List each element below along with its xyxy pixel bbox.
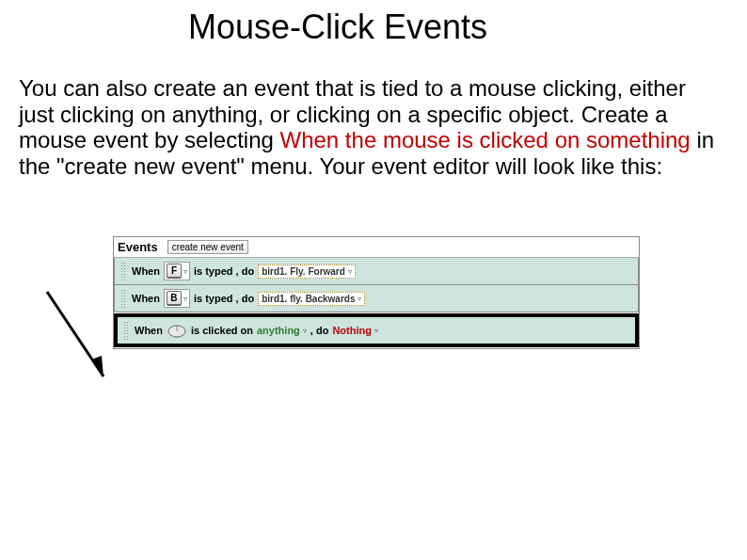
nothing-text: Nothing bbox=[332, 325, 372, 336]
drag-grip-icon[interactable] bbox=[120, 289, 126, 308]
when-label: When bbox=[135, 325, 163, 336]
dropdown-arrow-icon: ▿ bbox=[303, 327, 307, 335]
dropdown-arrow-icon: ▿ bbox=[183, 295, 187, 303]
dropdown-arrow-icon: ▿ bbox=[374, 327, 378, 335]
event-row-mouse-highlighted: When is clicked on anything ▿ , do Nothi… bbox=[114, 313, 639, 347]
body-paragraph: You can also create an event that is tie… bbox=[0, 47, 747, 179]
key-selector-b[interactable]: B ▿ bbox=[164, 289, 190, 308]
body-text-red: When the mouse is clicked on something bbox=[280, 127, 691, 152]
is-typed-label: is typed , do bbox=[194, 265, 254, 277]
slide-title: Mouse-Click Events bbox=[0, 0, 747, 47]
event-row-key-b: When B ▿ is typed , do bird1. fly. Backw… bbox=[114, 285, 639, 312]
dropdown-arrow-icon: ▿ bbox=[358, 295, 361, 303]
action-text: bird1. fly. Backwards bbox=[262, 294, 355, 304]
dropdown-arrow-icon: ▿ bbox=[348, 267, 352, 276]
target-text: anything bbox=[257, 325, 300, 336]
do-action-selector[interactable]: Nothing ▿ bbox=[332, 325, 378, 336]
events-editor-panel: Events create new event When F ▿ is type… bbox=[113, 236, 640, 349]
action-text: bird1. Fly. Forward bbox=[262, 266, 345, 277]
is-typed-label: is typed , do bbox=[194, 293, 254, 304]
event-row-key-f: When F ▿ is typed , do bird1. Fly. Forwa… bbox=[114, 258, 639, 285]
click-target-selector[interactable]: anything ▿ bbox=[257, 325, 307, 336]
events-label: Events bbox=[118, 240, 158, 254]
when-label: When bbox=[132, 265, 160, 277]
when-label: When bbox=[132, 293, 160, 304]
action-tile-flybackwards[interactable]: bird1. fly. Backwards ▿ bbox=[258, 292, 365, 306]
comma-do-label: , do bbox=[310, 325, 329, 336]
action-tile-flyforward[interactable]: bird1. Fly. Forward ▿ bbox=[258, 264, 356, 279]
drag-grip-icon[interactable] bbox=[123, 321, 129, 340]
pointer-arrow bbox=[38, 282, 122, 395]
dropdown-arrow-icon: ▿ bbox=[183, 267, 187, 276]
create-new-event-button[interactable]: create new event bbox=[167, 240, 248, 254]
keycap-f: F bbox=[167, 264, 182, 279]
drag-grip-icon[interactable] bbox=[120, 262, 126, 280]
svg-marker-1 bbox=[91, 356, 103, 376]
events-header: Events create new event bbox=[114, 237, 639, 258]
key-selector-f[interactable]: F ▿ bbox=[164, 262, 190, 280]
keycap-b: B bbox=[167, 291, 182, 306]
mouse-icon bbox=[167, 323, 187, 338]
is-clicked-on-label: is clicked on bbox=[191, 325, 253, 336]
